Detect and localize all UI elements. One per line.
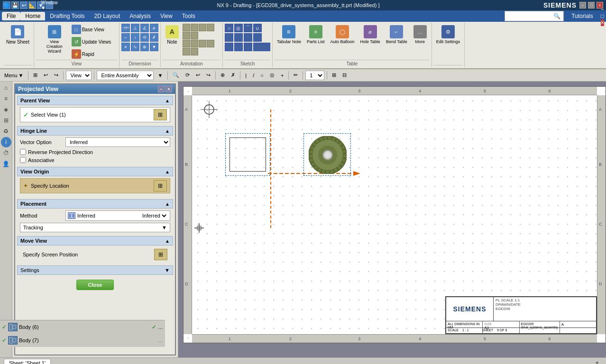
dialog-close-btn[interactable]: × xyxy=(165,86,172,92)
bend-table-button[interactable]: ⌐ Bend Table xyxy=(384,24,410,46)
annot-btn-6[interactable] xyxy=(191,32,198,39)
move-view-header[interactable]: Move View ▲ xyxy=(17,236,173,246)
toolbar-icon-6[interactable]: ↩ xyxy=(193,70,202,81)
ribbon-close[interactable]: × xyxy=(601,19,604,26)
menu-dropdown[interactable]: Menu ▼ xyxy=(2,70,26,81)
annot-btn-2[interactable] xyxy=(191,24,198,31)
dim-btn-2[interactable]: ⊥ xyxy=(131,24,139,32)
toolbar-icon-5[interactable]: ⟳ xyxy=(183,70,192,81)
sheet-tab-active[interactable]: Sheet: 'Sheet 1' xyxy=(4,359,51,364)
dim-btn-11[interactable]: ⊕ xyxy=(140,43,149,51)
window-menu[interactable]: 📐 xyxy=(28,1,36,9)
reverse-projected-checkbox[interactable] xyxy=(20,149,26,155)
toolbar-icon-12[interactable]: ○ xyxy=(258,70,266,81)
quick-access-save[interactable]: 💾 xyxy=(11,1,19,9)
placement-header[interactable]: Placement ▲ xyxy=(17,199,173,209)
annot-btn-11[interactable] xyxy=(183,48,190,55)
base-view-button[interactable]: □ Base View xyxy=(70,24,113,35)
left-icon-reuse[interactable]: ♻ xyxy=(1,126,11,136)
assembly-select[interactable]: Entire Assembly xyxy=(97,71,154,80)
left-icon-info[interactable]: i xyxy=(1,137,11,147)
annot-btn-5[interactable] xyxy=(183,32,190,39)
toolbar-icon-11[interactable]: / xyxy=(250,70,257,81)
annot-btn-10[interactable] xyxy=(207,40,214,47)
toolbar-icon-7[interactable]: ↪ xyxy=(204,70,213,81)
specify-screen-btn[interactable]: ⊞ xyxy=(154,249,167,260)
left-icon-home[interactable]: ⌂ xyxy=(1,82,11,93)
left-icon-parts[interactable]: ⊞ xyxy=(1,115,11,126)
dim-btn-10[interactable]: ∿ xyxy=(131,43,139,51)
toolbar-icon-14[interactable]: + xyxy=(278,70,286,81)
snap-select[interactable]: 1 xyxy=(305,71,324,80)
toolbar-icon-15[interactable]: ✏ xyxy=(291,70,300,81)
sketch-btn-1[interactable]: ○ xyxy=(225,24,233,32)
menu-tools[interactable]: Tools xyxy=(177,12,200,20)
annot-btn-12[interactable] xyxy=(191,48,198,55)
tab-add-btn[interactable]: + xyxy=(596,360,602,364)
toolbar-icon-16[interactable]: ⊞ xyxy=(330,70,339,81)
edit-settings-button[interactable]: ⚙ Edit Settings xyxy=(434,24,463,46)
parts-list-button[interactable]: ≡ Parts List xyxy=(304,24,327,46)
hole-table-button[interactable]: ⌀ Hole Table xyxy=(358,24,383,46)
toolbar-icon-3[interactable]: ↪ xyxy=(52,70,61,81)
quick-access-undo[interactable]: ↩ xyxy=(20,1,28,9)
dim-btn-7[interactable]: ⟲ xyxy=(140,33,149,42)
parent-view-header[interactable]: Parent View ▲ xyxy=(17,96,173,105)
auto-balloon-button[interactable]: ◯ Auto Balloon xyxy=(328,24,357,46)
tabular-note-button[interactable]: ⊞ Tabular Note xyxy=(275,24,303,46)
annot-btn-8[interactable] xyxy=(191,40,198,47)
toolbar-icon-8[interactable]: ⊕ xyxy=(218,70,227,81)
annot-btn-9[interactable] xyxy=(199,40,206,47)
left-icon-nav[interactable]: ◈ xyxy=(1,104,11,115)
menu-analysis[interactable]: Analysis xyxy=(125,12,156,20)
dim-btn-1[interactable]: ⊣⊢ xyxy=(121,24,130,32)
toolbar-icon-2[interactable]: ↩ xyxy=(41,70,50,81)
sketch-btn-10[interactable] xyxy=(234,43,243,51)
annot-btn-7[interactable] xyxy=(183,40,190,47)
settings-section[interactable]: Settings ▼ xyxy=(17,265,173,275)
sketch-btn-7[interactable] xyxy=(244,33,252,42)
left-icon-user[interactable]: 👤 xyxy=(1,159,11,169)
sketch-btn-6[interactable] xyxy=(234,33,243,42)
menu-home[interactable]: Home xyxy=(20,12,45,20)
ribbon-max[interactable]: □ xyxy=(601,13,604,19)
dim-btn-8[interactable]: ✗ xyxy=(150,33,158,42)
dim-btn-6[interactable]: ↕ xyxy=(131,33,139,42)
sketch-btn-5[interactable] xyxy=(225,33,233,42)
sketch-btn-9[interactable] xyxy=(225,43,233,51)
dim-btn-4[interactable]: ⌀ xyxy=(150,24,158,32)
more-button[interactable]: … More xyxy=(411,24,430,46)
new-sheet-button[interactable]: 📄 New Sheet xyxy=(4,24,32,46)
annot-btn-3[interactable] xyxy=(199,24,206,31)
toolbar-icon-1[interactable]: ⊞ xyxy=(31,70,40,81)
toolbar-icon-10[interactable]: | xyxy=(243,70,249,81)
left-icon-history[interactable]: ⏱ xyxy=(1,148,11,158)
toolbar-dropdown-btn[interactable]: ▼ xyxy=(155,70,165,81)
dialog-collapse-btn[interactable]: − xyxy=(158,86,165,92)
sketch-btn-4[interactable]: ∪ xyxy=(253,24,262,32)
hinge-line-header[interactable]: Hinge Line ▲ xyxy=(17,126,173,136)
canvas-area[interactable]: 1 2 3 4 5 6 A B C D A B C D xyxy=(178,82,606,357)
find-command-input[interactable]: Find a Command 🔍 xyxy=(505,11,564,21)
sketch-btn-2[interactable]: ◎ xyxy=(234,24,243,32)
left-icon-layers[interactable]: ≡ xyxy=(1,93,11,104)
toolbar-icon-9[interactable]: ✗ xyxy=(229,70,238,81)
dim-btn-12[interactable]: ▼ xyxy=(150,43,158,51)
sketch-btn-11[interactable] xyxy=(244,43,252,51)
menu-drafting-tools[interactable]: Drafting Tools xyxy=(45,12,89,20)
sketch-btn-3[interactable]: ⌒ xyxy=(244,24,252,32)
dim-btn-5[interactable]: ↔ xyxy=(121,33,130,42)
menu-tutorials[interactable]: Tutorials xyxy=(567,12,598,20)
select-view-btn[interactable]: ⊞ xyxy=(154,109,167,120)
annot-btn-4[interactable] xyxy=(207,24,214,31)
toolbar-icon-17[interactable]: ⊟ xyxy=(340,70,349,81)
ribbon-min[interactable]: − xyxy=(601,6,604,13)
sketch-btn-8[interactable] xyxy=(253,33,262,42)
view-origin-header[interactable]: View Origin ▲ xyxy=(17,167,173,176)
associative-checkbox[interactable] xyxy=(20,157,26,163)
toolbar-icon-4[interactable]: 🔍 xyxy=(170,70,182,81)
method-dropdown[interactable]: Inferred xyxy=(140,212,168,219)
close-button[interactable]: Close xyxy=(76,280,114,290)
menu-file[interactable]: File xyxy=(2,12,20,20)
annot-btn-1[interactable] xyxy=(183,24,190,31)
